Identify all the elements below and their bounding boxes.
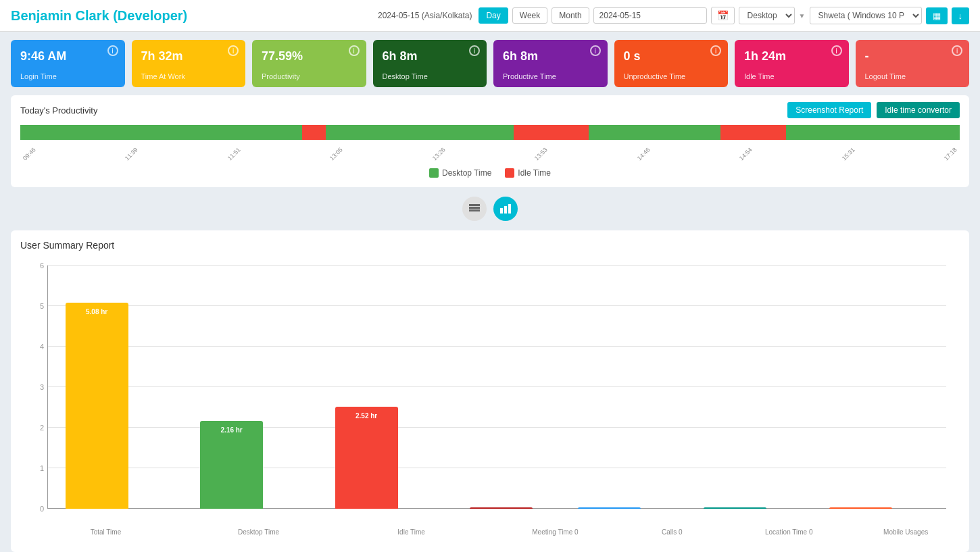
info-icon-desktop[interactable]: i [469, 45, 480, 56]
tl-segment-8 [786, 125, 960, 140]
platform-dropdown[interactable]: Desktop [739, 7, 795, 24]
screenshot-report-button[interactable]: Screenshot Report [787, 102, 871, 118]
bar-desktop-time: 2.16 hr [200, 421, 263, 509]
stat-unproductive-time: i 0 s Unproductive Time [614, 40, 729, 87]
tl-label-7: 14:46 [636, 146, 652, 161]
desktop-time-label: Desktop Time [383, 72, 478, 80]
x-label-mobile: Mobile Usages [865, 528, 946, 536]
stat-productivity: i 77.59% Productivity [252, 40, 366, 87]
datetime-label: 2024-05-15 (Asia/Kolkata) [378, 11, 472, 20]
productivity-label: Productivity [262, 72, 357, 80]
legend-dot-idle [505, 168, 514, 178]
bar-total-time: 5.08 hr [66, 303, 128, 509]
stat-productive-time: i 6h 8m Productive Time [493, 40, 608, 87]
tl-segment-2 [302, 125, 326, 140]
info-icon-logout[interactable]: i [952, 45, 962, 56]
tl-segment-1 [20, 125, 302, 140]
idle-time-value: 1h 24m [744, 49, 839, 64]
calendar-icon[interactable]: 📅 [711, 7, 735, 24]
svg-rect-5 [508, 204, 511, 214]
info-icon-productive[interactable]: i [590, 45, 601, 56]
download-button[interactable]: ↓ [952, 7, 970, 24]
tl-label-10: 17:18 [943, 146, 958, 161]
timeline-container [20, 125, 960, 145]
login-time-value: 9:46 AM [20, 49, 116, 64]
table-view-button[interactable] [462, 197, 487, 221]
time-at-work-label: Time At Work [141, 72, 237, 80]
svg-rect-0 [469, 204, 480, 206]
legend-dot-desktop [429, 168, 439, 178]
tl-label-9: 15:31 [841, 146, 856, 161]
x-label-idle: Idle Time [371, 528, 452, 536]
tl-segment-7 [720, 125, 786, 140]
timeline-legend: Desktop Time Idle Time [20, 168, 960, 178]
stat-idle-time: i 1h 24m Idle Time [735, 40, 849, 87]
legend-idle-label: Idle Time [518, 168, 551, 178]
filter-button[interactable]: ▦ [926, 7, 948, 24]
legend-idle: Idle Time [505, 168, 551, 178]
y-label-0: 0 [40, 505, 44, 513]
tl-segment-6 [589, 125, 720, 140]
tl-label-4: 13:05 [328, 146, 344, 161]
y-label-2: 2 [40, 424, 44, 432]
stat-logout-time: i - Logout Time [856, 40, 970, 87]
page-title: Benjamin Clark (Developer) [11, 8, 187, 24]
x-label-location: Location Time 0 [748, 528, 829, 536]
productivity-title: Today's Productivity [20, 105, 97, 116]
dropdown-arrow: ▼ [799, 12, 806, 20]
unproductive-time-value: 0 s [624, 49, 719, 64]
idle-convertor-button[interactable]: Idle time convertor [877, 102, 960, 118]
logout-time-label: Logout Time [865, 72, 960, 80]
timeline-labels: 09:46 11:39 11:51 13:05 13:26 13:53 14:4… [20, 151, 960, 157]
info-icon-work[interactable]: i [228, 45, 239, 56]
tab-week[interactable]: Week [512, 7, 547, 24]
user-dropdown[interactable]: Shweta ( Windows 10 P [810, 7, 922, 24]
stat-time-at-work: i 7h 32m Time At Work [132, 40, 246, 87]
top-controls: 2024-05-15 (Asia/Kolkata) Day Week Month… [378, 7, 969, 24]
idle-time-label: Idle Time [744, 72, 839, 80]
stat-desktop-time: i 6h 8m Desktop Time [373, 40, 487, 87]
tl-label-8: 14:54 [738, 146, 754, 161]
chart-section: User Summary Report 6 5 4 3 2 1 0 [11, 230, 969, 552]
x-label-calls: Calls 0 [631, 528, 712, 536]
chart-view-button[interactable] [493, 197, 518, 221]
x-label-total: Total Time [66, 528, 147, 536]
tl-label-3: 11:51 [226, 146, 242, 161]
productive-time-value: 6h 8m [503, 49, 598, 64]
info-icon-productivity[interactable]: i [349, 45, 360, 56]
bar-location-time [704, 507, 766, 509]
stat-login-time: i 9:46 AM Login Time [11, 40, 125, 87]
date-input[interactable] [593, 7, 707, 24]
tab-month[interactable]: Month [552, 7, 589, 24]
y-label-1: 1 [40, 464, 44, 472]
productivity-header: Today's Productivity Screenshot Report I… [20, 102, 960, 118]
chart-area: 6 5 4 3 2 1 0 5.08 hr [20, 259, 960, 543]
info-icon-login[interactable]: i [107, 45, 118, 56]
y-axis-line [47, 266, 48, 509]
x-axis-labels: Total Time Desktop Time Idle Time Meetin… [47, 528, 946, 536]
tab-day[interactable]: Day [479, 7, 508, 24]
view-toggle [0, 197, 980, 221]
grid-line-5 [47, 305, 946, 306]
y-label-4: 4 [40, 343, 44, 351]
bar-total-time-label: 5.08 hr [86, 308, 107, 316]
tl-segment-5 [523, 125, 589, 140]
chart-grid: 6 5 4 3 2 1 0 5.08 hr [47, 266, 946, 509]
tl-label-5: 13:26 [431, 146, 447, 161]
info-icon-unproductive[interactable]: i [710, 45, 721, 56]
y-label-6: 6 [40, 261, 44, 270]
svg-rect-3 [500, 208, 503, 214]
y-label-3: 3 [40, 383, 44, 391]
bar-idle-time: 2.52 hr [335, 407, 398, 509]
bar-idle-time-label: 2.52 hr [356, 412, 377, 420]
x-label-desktop: Desktop Time [218, 528, 299, 536]
legend-desktop: Desktop Time [429, 168, 491, 178]
time-at-work-value: 7h 32m [141, 49, 237, 64]
info-icon-idle[interactable]: i [831, 45, 842, 56]
grid-line-2 [47, 427, 946, 428]
productivity-value: 77.59% [262, 49, 357, 64]
logout-time-value: - [865, 49, 960, 64]
tl-segment-3 [326, 125, 514, 140]
chart-title: User Summary Report [20, 240, 960, 251]
tl-label-6: 13:53 [533, 146, 549, 161]
